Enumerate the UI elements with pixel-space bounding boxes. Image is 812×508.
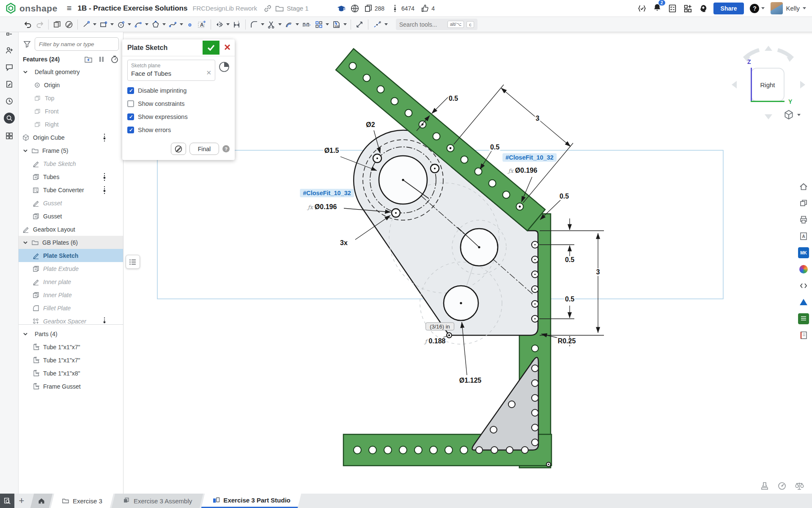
arc-tool-dropdown[interactable] <box>145 23 148 25</box>
measure-tool[interactable] <box>354 19 365 30</box>
mk-badge-icon[interactable]: MK <box>798 247 809 258</box>
suppress-pause-icon[interactable] <box>99 55 104 63</box>
breadcrumb[interactable]: Stage 1 <box>263 4 309 13</box>
point-tool[interactable] <box>184 19 195 30</box>
tolerance-chip[interactable]: (3/16) in <box>425 323 454 331</box>
triangle-logo-icon[interactable] <box>798 297 809 308</box>
circular-pattern-tool[interactable] <box>313 19 325 30</box>
feature-item-right-plane[interactable]: Right <box>19 118 123 131</box>
tasks-icon[interactable] <box>668 4 677 13</box>
feature-item-inner-plate-sketch[interactable]: Inner plate <box>19 275 123 288</box>
part-item[interactable]: Frame Gusset <box>19 380 123 393</box>
featurescript-icon[interactable] <box>637 4 647 13</box>
rectangle-tool-dropdown[interactable] <box>110 23 114 25</box>
dimension-tool[interactable]: i <box>231 19 243 30</box>
rollback-icon[interactable] <box>110 55 119 64</box>
construction-tool-dropdown[interactable] <box>384 23 388 25</box>
public-globe-icon[interactable] <box>350 4 359 13</box>
dimension-label[interactable]: 0.5 <box>564 295 575 303</box>
feature-item-tube-sketch[interactable]: Tube Sketch <box>19 157 123 170</box>
dimension-label[interactable]: 3 <box>535 115 540 122</box>
mirror-tool[interactable] <box>214 19 225 30</box>
paste-sketch-button[interactable] <box>51 19 63 30</box>
dimension-label[interactable]: ƒ0.188 <box>424 337 447 345</box>
search-tools-box[interactable]: alt/⌥ c <box>396 19 477 30</box>
share-button[interactable]: Share <box>713 3 744 14</box>
construction-tool[interactable] <box>371 19 384 30</box>
part-item[interactable]: Tube 1"x1"x7" <box>19 353 123 367</box>
rotate-arrows[interactable] <box>744 50 793 58</box>
spline-tool[interactable] <box>167 19 179 30</box>
feature-item-plate-extrude[interactable]: Plate Extrude <box>19 262 123 275</box>
scale-icon[interactable] <box>794 481 804 491</box>
count-label[interactable]: 3x <box>339 239 348 247</box>
feature-item-tube-converter[interactable]: Tube Converter <box>19 183 123 196</box>
clear-selection-icon[interactable]: ✕ <box>206 69 211 77</box>
dialog-help-icon[interactable]: ? <box>222 145 230 152</box>
dimension-label[interactable]: ƒxØ0.196 <box>307 203 338 211</box>
checkbox-icon[interactable] <box>127 127 134 133</box>
checkbox-disable-imprinting[interactable]: Disable imprinting <box>127 87 230 94</box>
line-tool-dropdown[interactable] <box>93 23 96 25</box>
feature-item-plate-sketch[interactable]: Plate Sketch <box>19 249 123 262</box>
checkbox-show-errors[interactable]: Show errors <box>127 127 230 133</box>
printer-icon[interactable] <box>798 214 809 225</box>
sketch-plane-field[interactable]: Sketch plane Face of Tubes ✕ <box>127 60 215 81</box>
document-title[interactable]: 1B - Practice Exercise Solutions <box>78 4 188 13</box>
feature-item-gearbox-spacer[interactable]: Gearbox Spacer <box>19 315 123 324</box>
closefit-variable-chip[interactable]: #CloseFit_10_32 <box>502 153 557 162</box>
fillet-tool[interactable] <box>248 19 260 30</box>
closefit-variable-chip[interactable]: #CloseFit_10_32 <box>300 189 354 197</box>
insert-dxf-button[interactable]: DXF <box>330 19 343 30</box>
onshape-logo[interactable]: onshape <box>0 3 58 14</box>
edit-sketch-button[interactable] <box>63 19 75 30</box>
circle-tool[interactable] <box>115 19 127 30</box>
trim-tool-dropdown[interactable] <box>278 23 282 25</box>
link-icon[interactable] <box>263 4 272 13</box>
new-folder-icon[interactable] <box>84 55 93 63</box>
add-user-icon[interactable] <box>4 45 15 56</box>
tab-exercise-3[interactable]: Exercise 3 <box>51 494 114 508</box>
dimension-label[interactable]: 3 <box>595 268 601 276</box>
menu-icon[interactable]: ≡ <box>67 3 72 13</box>
comment-icon[interactable] <box>4 62 15 73</box>
learning-center-icon[interactable] <box>337 4 346 13</box>
accept-button[interactable] <box>203 41 219 55</box>
home-icon[interactable] <box>798 181 809 192</box>
feature-item-gusset[interactable]: Gusset <box>19 210 123 223</box>
text-tool[interactable]: A <box>195 19 208 30</box>
view-cube-face[interactable]: Right <box>751 68 785 102</box>
rectangle-tool[interactable] <box>98 19 110 30</box>
dimension-label[interactable]: Ø2 <box>365 121 376 129</box>
folder-name[interactable]: Stage 1 <box>287 5 309 12</box>
tab-exercise-3-assembly[interactable]: Exercise 3 Assembly <box>112 494 203 508</box>
fillet-tool-dropdown[interactable] <box>261 23 264 25</box>
circle-tool-dropdown[interactable] <box>128 23 131 25</box>
home-tab-button[interactable] <box>30 494 52 508</box>
feature-item-fillet-plate[interactable]: Fillet Plate <box>19 301 123 315</box>
notifications-button[interactable]: 2 <box>653 3 662 14</box>
checkbox-icon[interactable] <box>127 100 134 107</box>
feature-list-flyout-button[interactable] <box>126 255 140 269</box>
dimension-label[interactable]: Ø1.5 <box>324 147 340 155</box>
feature-item-gusset-sketch[interactable]: Gusset <box>19 196 123 210</box>
notebook-icon[interactable] <box>798 330 809 341</box>
color-wheel-icon[interactable] <box>798 264 809 275</box>
rollback-time-icon[interactable] <box>219 61 230 72</box>
redo-button[interactable] <box>34 19 46 30</box>
help-menu[interactable]: ? <box>750 4 765 13</box>
checkbox-icon[interactable] <box>127 87 134 94</box>
feature-item-front-plane[interactable]: Front <box>19 105 123 118</box>
feature-section-default-geometry[interactable]: Default geometry <box>19 65 123 78</box>
insert-dxf-dropdown[interactable] <box>343 23 347 25</box>
dimension-label[interactable]: R0.25 <box>557 337 577 345</box>
dimension-label[interactable]: 0.5 <box>564 256 575 264</box>
line-tool[interactable] <box>80 19 92 30</box>
view-options[interactable] <box>783 109 801 120</box>
arc-tool[interactable] <box>132 19 144 30</box>
feature-item-origin-cube[interactable]: Origin Cube <box>19 131 123 144</box>
offset-tool-dropdown[interactable] <box>296 23 299 25</box>
dimension-label[interactable]: 0.5 <box>489 144 500 151</box>
feature-folder-frame[interactable]: Frame (5) <box>19 144 123 157</box>
trim-tool[interactable] <box>266 19 277 30</box>
